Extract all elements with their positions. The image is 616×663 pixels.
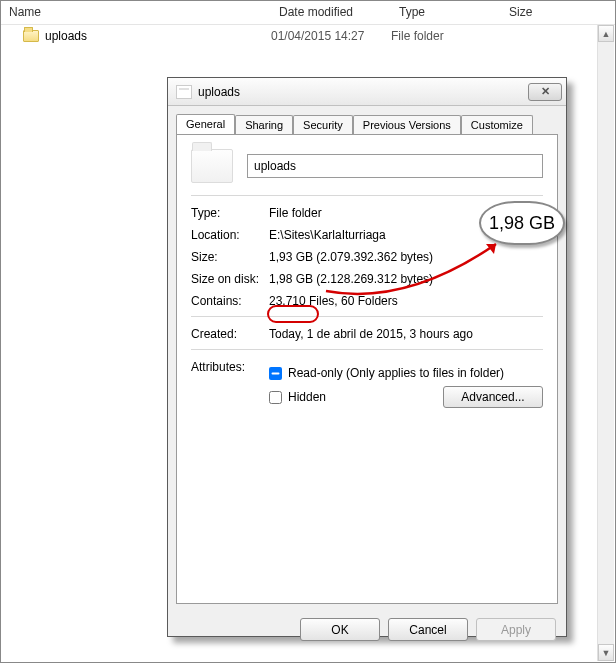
- apply-button[interactable]: Apply: [476, 618, 556, 641]
- cancel-button[interactable]: Cancel: [388, 618, 468, 641]
- value-type: File folder: [269, 206, 543, 220]
- value-location: E:\Sites\KarlaIturriaga: [269, 228, 543, 242]
- column-name[interactable]: Name: [1, 1, 271, 24]
- value-contains: 23.710 Files, 60 Folders: [269, 294, 543, 308]
- column-size[interactable]: Size: [501, 1, 615, 24]
- scroll-down-icon[interactable]: ▼: [598, 644, 614, 661]
- dialog-titlebar[interactable]: uploads ✕: [168, 78, 566, 106]
- explorer-window: Name Date modified Type Size uploads 01/…: [0, 0, 616, 663]
- scroll-up-icon[interactable]: ▲: [598, 25, 614, 42]
- tab-general[interactable]: General: [176, 114, 235, 134]
- folder-icon: [23, 30, 39, 42]
- list-item[interactable]: uploads 01/04/2015 14:27 File folder: [1, 25, 615, 47]
- tab-sharing[interactable]: Sharing: [235, 115, 293, 135]
- close-button[interactable]: ✕: [528, 83, 562, 101]
- value-created: Today, 1 de abril de 2015, 3 hours ago: [269, 327, 543, 341]
- tab-panel-general: Type: File folder Location: E:\Sites\Kar…: [176, 134, 558, 604]
- item-type: File folder: [391, 29, 501, 43]
- checkbox-readonly[interactable]: [269, 367, 282, 380]
- label-size: Size:: [191, 250, 269, 264]
- label-type: Type:: [191, 206, 269, 220]
- value-size-on-disk: 1,98 GB (2.128.269.312 bytes): [269, 272, 543, 286]
- column-type[interactable]: Type: [391, 1, 501, 24]
- tab-previous-versions[interactable]: Previous Versions: [353, 115, 461, 135]
- dialog-buttons: OK Cancel Apply: [168, 612, 566, 641]
- tab-strip: General Sharing Security Previous Versio…: [168, 106, 566, 134]
- label-location: Location:: [191, 228, 269, 242]
- column-headers: Name Date modified Type Size: [1, 1, 615, 25]
- vertical-scrollbar[interactable]: ▲ ▼: [597, 25, 614, 661]
- label-size-on-disk: Size on disk:: [191, 272, 269, 286]
- advanced-button[interactable]: Advanced...: [443, 386, 543, 408]
- dialog-title: uploads: [198, 85, 240, 99]
- column-date-modified[interactable]: Date modified: [271, 1, 391, 24]
- label-hidden: Hidden: [288, 390, 437, 404]
- item-date: 01/04/2015 14:27: [271, 29, 391, 43]
- properties-dialog: uploads ✕ General Sharing Security Previ…: [167, 77, 567, 637]
- item-name: uploads: [45, 29, 87, 43]
- size-on-disk-bytes: (2.128.269.312 bytes): [313, 272, 433, 286]
- label-contains: Contains:: [191, 294, 269, 308]
- ok-button[interactable]: OK: [300, 618, 380, 641]
- folder-name-input[interactable]: [247, 154, 543, 178]
- value-size: 1,93 GB (2.079.392.362 bytes): [269, 250, 543, 264]
- label-created: Created:: [191, 327, 269, 341]
- folder-icon: [191, 149, 233, 183]
- tab-customize[interactable]: Customize: [461, 115, 533, 135]
- label-attributes: Attributes:: [191, 360, 269, 414]
- tab-security[interactable]: Security: [293, 115, 353, 135]
- checkbox-hidden[interactable]: [269, 391, 282, 404]
- folder-icon: [176, 85, 192, 99]
- size-on-disk-gb: 1,98 GB: [269, 272, 313, 286]
- label-readonly: Read-only (Only applies to files in fold…: [288, 366, 504, 380]
